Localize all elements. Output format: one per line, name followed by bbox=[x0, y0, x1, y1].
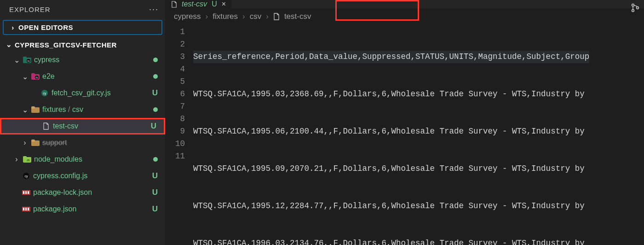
explorer-header: EXPLORER ··· bbox=[0, 0, 165, 19]
line-number: 10 bbox=[166, 138, 185, 150]
git-status-u: U bbox=[148, 122, 156, 131]
folder-e2e[interactable]: ⌄ cy e2e bbox=[0, 68, 165, 85]
editor-area: test-csv U × cypress › fixtures › csv › … bbox=[166, 0, 644, 245]
file-label: package.json bbox=[33, 205, 150, 213]
line-number: 11 bbox=[166, 150, 185, 163]
file-package-lock[interactable]: package-lock.json U bbox=[0, 184, 165, 201]
folder-label: node_modules bbox=[34, 155, 150, 163]
chevron-down-icon: ⌄ bbox=[21, 72, 29, 81]
file-label: package-lock.json bbox=[33, 188, 150, 197]
line-number: 3 bbox=[166, 51, 185, 63]
tab-git-status: U bbox=[212, 0, 217, 8]
line-number: 5 bbox=[166, 76, 185, 88]
project-root[interactable]: ⌄ CYPRESS_GITCSV-FETCHER bbox=[0, 38, 165, 52]
close-icon[interactable]: × bbox=[222, 0, 226, 8]
code-line: WTSQ.SFA1CA,1995.03,2368.69,,F,Dollars,6… bbox=[193, 88, 589, 100]
line-number: 1 bbox=[166, 26, 185, 38]
breadcrumbs[interactable]: cypress › fixtures › csv › test-csv bbox=[166, 8, 644, 25]
file-icon bbox=[273, 13, 280, 20]
file-label: test-csv bbox=[53, 122, 148, 130]
explorer-sidebar: EXPLORER ··· › OPEN EDITORS ⌄ CYPRESS_GI… bbox=[0, 0, 166, 245]
tab-test-csv[interactable]: test-csv U × bbox=[166, 0, 231, 8]
file-fetch-csv[interactable]: cy fetch_csv_git.cy.js U bbox=[0, 85, 165, 101]
project-name: CYPRESS_GITCSV-FETCHER bbox=[15, 41, 117, 49]
breadcrumb-item[interactable]: cypress bbox=[174, 12, 201, 21]
code-line: Series_reference,Period,Data_value,Suppr… bbox=[193, 51, 589, 63]
folder-icon bbox=[30, 140, 40, 146]
explorer-title: EXPLORER bbox=[9, 6, 51, 13]
svg-rect-26 bbox=[28, 208, 29, 210]
e2e-folder-icon: cy bbox=[30, 73, 40, 80]
git-status-dot bbox=[150, 105, 158, 114]
code-line: WTSQ.SFA1CA,1995.06,2100.44,,F,Dollars,6… bbox=[193, 125, 589, 138]
file-package-json[interactable]: package.json U bbox=[0, 201, 165, 217]
open-editors-label: OPEN EDITORS bbox=[18, 23, 73, 31]
svg-text:cy: cy bbox=[36, 76, 39, 79]
breadcrumb-item[interactable]: test-csv bbox=[284, 12, 311, 21]
svg-rect-25 bbox=[25, 208, 27, 210]
folder-support[interactable]: › support bbox=[0, 134, 165, 151]
chevron-right-icon: › bbox=[13, 155, 20, 163]
svg-rect-5 bbox=[31, 73, 35, 76]
svg-rect-13 bbox=[31, 140, 35, 142]
line-number: 9 bbox=[166, 125, 185, 138]
git-status-u: U bbox=[150, 171, 158, 181]
folder-label: fixtures / csv bbox=[42, 105, 150, 114]
svg-point-27 bbox=[632, 4, 634, 6]
npm-icon bbox=[21, 207, 31, 211]
source-control-icon[interactable] bbox=[630, 3, 640, 13]
code-line: WTSQ.SFA1CA,1995.09,2070.21,,F,Dollars,6… bbox=[193, 163, 589, 175]
tab-bar: test-csv U × bbox=[166, 0, 644, 8]
breadcrumb-item[interactable]: csv bbox=[250, 12, 262, 21]
git-status-u: U bbox=[150, 204, 158, 214]
line-number: 4 bbox=[166, 63, 185, 76]
open-editors-section[interactable]: › OPEN EDITORS bbox=[3, 20, 162, 35]
git-status-u: U bbox=[150, 188, 158, 197]
chevron-down-icon: ⌄ bbox=[21, 105, 29, 114]
tab-label: test-csv bbox=[182, 0, 207, 8]
svg-rect-11 bbox=[31, 106, 35, 109]
folder-label: cypress bbox=[34, 56, 150, 64]
more-actions-icon[interactable]: ··· bbox=[149, 5, 159, 14]
git-status-u: U bbox=[150, 88, 158, 98]
code-content[interactable]: Series_reference,Period,Data_value,Suppr… bbox=[193, 26, 589, 245]
git-status-dot bbox=[150, 155, 158, 163]
git-status-dot bbox=[150, 56, 158, 64]
line-number-gutter: 1 2 3 4 5 6 7 8 9 10 11 bbox=[166, 26, 193, 245]
svg-rect-1 bbox=[23, 57, 27, 59]
code-editor[interactable]: 1 2 3 4 5 6 7 8 9 10 11 Series_reference… bbox=[166, 25, 644, 245]
file-cypress-config[interactable]: cy cypress.config.js U bbox=[0, 168, 165, 184]
node-folder-icon: JS bbox=[22, 156, 32, 163]
folder-fixtures-csv[interactable]: ⌄ fixtures / csv bbox=[0, 101, 165, 118]
chevron-right-icon: › bbox=[9, 23, 17, 31]
code-line: WTSQ.SFA1CA,1996.03,2134.76,,F,Dollars,6… bbox=[193, 237, 589, 245]
line-number: 6 bbox=[166, 88, 185, 100]
folder-label: e2e bbox=[42, 72, 150, 81]
file-tree: ⌄ cy cypress ⌄ cy e2e cy fetch_csv_git.c… bbox=[0, 52, 165, 217]
svg-text:JS: JS bbox=[26, 159, 29, 162]
folder-open-icon bbox=[30, 106, 40, 113]
line-number: 8 bbox=[166, 113, 185, 125]
svg-rect-20 bbox=[23, 191, 24, 194]
folder-cypress[interactable]: ⌄ cy cypress bbox=[0, 52, 165, 68]
chevron-down-icon: ⌄ bbox=[13, 56, 20, 64]
file-label: cypress.config.js bbox=[33, 172, 150, 180]
code-line: WTSQ.SFA1CA,1995.12,2284.77,,F,Dollars,6… bbox=[193, 200, 589, 212]
cypress-file-icon: cy bbox=[21, 172, 31, 180]
chevron-right-icon: › bbox=[242, 12, 245, 21]
line-number: 2 bbox=[166, 38, 185, 51]
svg-rect-24 bbox=[23, 208, 24, 210]
git-status-dot bbox=[150, 72, 158, 81]
folder-node-modules[interactable]: › JS node_modules bbox=[0, 151, 165, 168]
svg-text:cy: cy bbox=[28, 59, 30, 62]
file-icon bbox=[41, 122, 51, 130]
chevron-right-icon: › bbox=[21, 139, 29, 147]
svg-point-28 bbox=[632, 10, 634, 12]
chevron-down-icon: ⌄ bbox=[6, 41, 13, 49]
cypress-folder-icon: cy bbox=[22, 57, 32, 63]
breadcrumb-item[interactable]: fixtures bbox=[213, 12, 238, 21]
svg-rect-21 bbox=[25, 191, 27, 194]
cypress-file-icon: cy bbox=[40, 89, 50, 97]
file-test-csv[interactable]: test-csv U bbox=[0, 118, 165, 134]
line-number: 7 bbox=[166, 100, 185, 113]
